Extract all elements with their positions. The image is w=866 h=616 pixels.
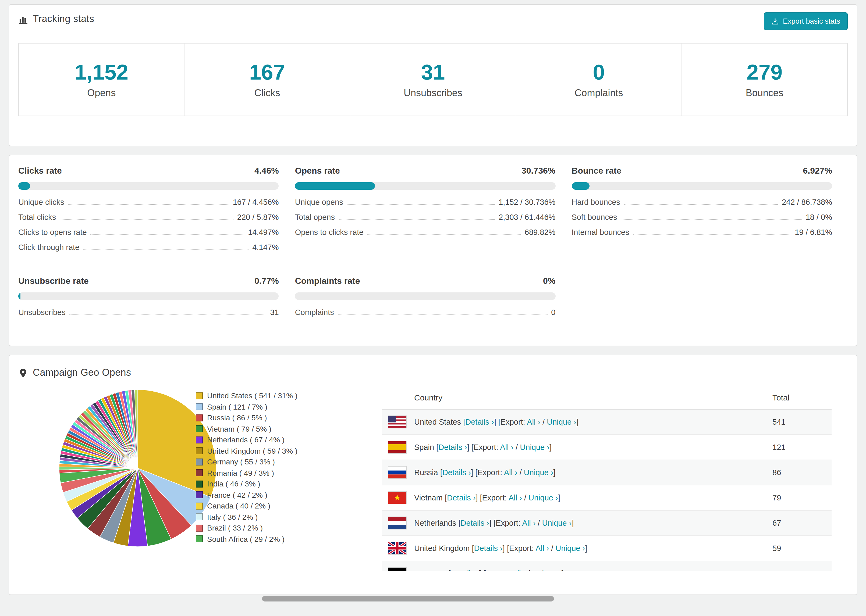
legend-label: France ( 42 / 2% ) [207,491,267,499]
legend-swatch [196,437,203,443]
table-row: United Kingdom [Details ›] [Export: All … [382,536,831,561]
export-all-link[interactable]: All › [509,493,522,502]
details-link[interactable]: Details › [465,418,494,426]
rate-value: 4.46% [254,166,279,176]
geo-table-header: Country Total [382,386,831,410]
export-basic-stats-button[interactable]: Export basic stats [764,13,848,30]
legend-label: Romania ( 49 / 3% ) [207,469,274,477]
tracking-stats-card: Tracking stats Export basic stats 1,152 … [9,4,857,146]
flag-de-icon [388,567,406,571]
legend-item: Brazil ( 33 / 2% ) [196,522,373,533]
legend-swatch [196,415,203,421]
rate-row-label: Clicks to opens rate [18,228,87,237]
rate-row-label: Total clicks [18,213,56,222]
legend-label: United States ( 541 / 31% ) [207,391,298,400]
country-column-header: Country [382,393,772,402]
export-unique-link[interactable]: Unique › [547,418,576,426]
export-all-link[interactable]: All › [522,519,535,527]
rate-row: Unique opens1,152 / 30.736% [295,198,556,213]
export-all-link[interactable]: All › [504,468,518,477]
export-unique-link[interactable]: Unique › [529,493,558,502]
location-pin-icon [18,368,28,378]
stat-bounces: 279 Bounces [682,44,847,116]
legend-swatch [196,481,203,487]
legend-label: Vietnam ( 79 / 5% ) [207,425,271,433]
dotted-leader [68,204,229,205]
rate-row: Internal bounces19 / 6.81% [572,228,832,243]
rate-row-value: 220 / 5.87% [237,213,279,222]
export-all-link[interactable]: All › [512,569,526,571]
rate-title: Complaints rate [295,276,360,286]
stat-label: Opens [87,88,116,99]
legend-swatch [196,404,203,410]
rate-title: Bounce rate [572,166,621,176]
total-column-header: Total [772,393,831,402]
export-unique-link[interactable]: Unique › [520,443,550,451]
legend-item: Romania ( 49 / 3% ) [196,467,373,478]
dotted-leader [624,204,778,205]
export-all-link[interactable]: All › [527,418,540,426]
stat-complaints: 0 Complaints [516,44,682,116]
dotted-leader [91,234,244,235]
details-link[interactable]: Details › [438,443,467,451]
flag-gb-icon [388,542,406,554]
country-total: 59 [772,544,831,553]
bar-chart-icon [18,14,28,24]
export-unique-link[interactable]: Unique › [556,544,585,553]
horizontal-scrollbar-thumb[interactable] [262,596,554,602]
legend-item: Vietnam ( 79 / 5% ) [196,423,373,434]
legend-swatch [196,536,203,543]
table-row: Russia [Details ›] [Export: All › / Uniq… [382,460,831,486]
geo-opens-title: Campaign Geo Opens [33,367,131,379]
table-row: Vietnam [Details ›] [Export: All › / Uni… [382,486,831,511]
export-unique-link[interactable]: Unique › [542,519,572,527]
export-all-link[interactable]: All › [535,544,549,553]
legend-swatch [196,459,203,465]
rate-row: Unsubscribes31 [18,308,279,323]
rate-row-label: Opens to clicks rate [295,228,364,237]
stat-value: 279 [746,60,783,84]
legend-swatch [196,392,203,399]
legend-item: Italy ( 36 / 2% ) [196,511,373,522]
stat-label: Complaints [575,88,623,99]
tracking-stats-title: Tracking stats [33,13,94,25]
rate-row: Hard bounces242 / 86.738% [572,198,832,213]
rate-row-value: 167 / 4.456% [233,198,279,206]
export-unique-link[interactable]: Unique › [532,569,562,571]
legend-label: Netherlands ( 67 / 4% ) [207,436,285,444]
details-link[interactable]: Details › [447,493,476,502]
progress-fill [18,292,20,300]
export-all-link[interactable]: All › [500,443,513,451]
table-row: United States [Details ›] [Export: All ›… [382,410,831,435]
country-name: Russia [414,468,438,477]
stat-value: 0 [593,60,605,84]
geo-legend: United States ( 541 / 31% )Spain ( 121 /… [196,386,373,571]
legend-label: Canada ( 40 / 2% ) [207,502,270,511]
details-link[interactable]: Details › [442,468,471,477]
details-link[interactable]: Details › [474,544,502,553]
legend-swatch [196,448,203,454]
flag-vn-icon [388,492,406,504]
details-link[interactable]: Details › [461,519,489,527]
details-link[interactable]: Details › [450,569,479,571]
rate-value: 0% [543,276,555,286]
rate-row: Click through rate4.147% [18,243,279,258]
rate-row-label: Unsubscribes [18,308,66,317]
rate-row-value: 2,303 / 61.446% [499,213,555,222]
dotted-leader [338,314,547,315]
rate-value: 6.927% [803,166,832,176]
flag-nl-icon [388,517,406,529]
rate-row-label: Unique clicks [18,198,64,206]
dotted-leader [621,219,802,220]
rate-block-complaints: Complaints rate 0% Complaints0 [295,276,556,323]
geo-opens-header: Campaign Geo Opens [18,367,848,379]
progress-bar [295,292,556,300]
rate-value: 30.736% [521,166,555,176]
stat-unsubscribes: 31 Unsubscribes [350,44,516,116]
rate-row-value: 14.497% [248,228,279,237]
rate-value: 0.77% [254,276,279,286]
country-name: Spain [414,443,434,451]
rate-block-clicks: Clicks rate 4.46% Unique clicks167 / 4.4… [18,166,279,258]
rate-row-value: 19 / 6.81% [795,228,832,237]
export-unique-link[interactable]: Unique › [524,468,553,477]
